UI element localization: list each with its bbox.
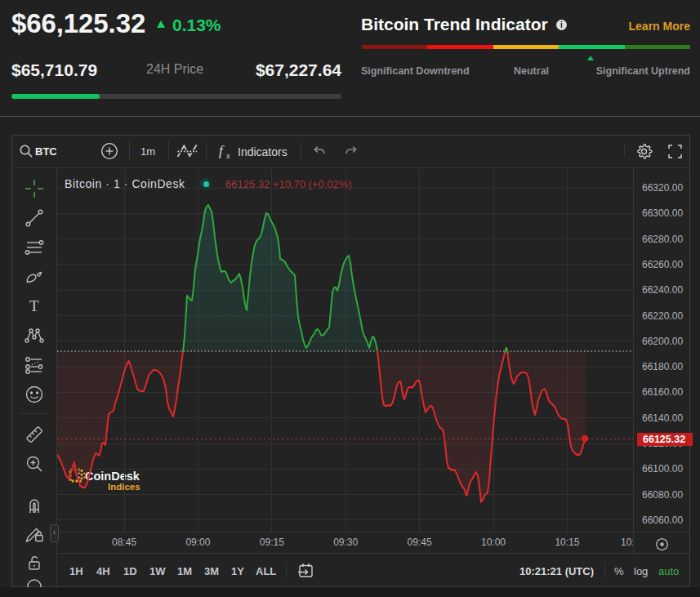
svg-text:x: x (226, 152, 230, 160)
svg-text:f: f (219, 143, 225, 158)
svg-text:T: T (29, 297, 39, 314)
